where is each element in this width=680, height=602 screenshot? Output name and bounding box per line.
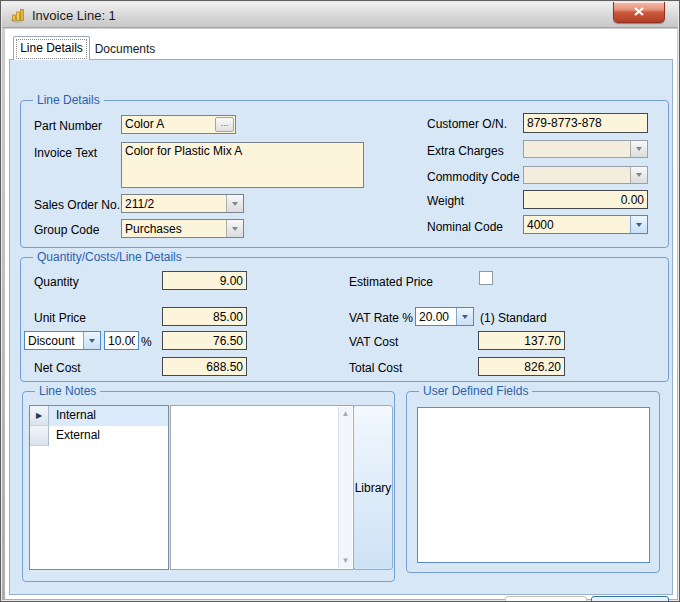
invoice-text-field[interactable]: Color for Plastic Mix A [121,142,364,188]
extra-charges-label: Extra Charges [427,144,504,158]
close-icon [634,7,644,16]
customer-on-label: Customer O/N. [427,117,507,131]
note-type-grid: ▶ Internal External [29,405,169,570]
nominal-code-combobox[interactable]: 4000 [523,215,648,234]
note-row-external-label: External [49,426,168,446]
window-title: Invoice Line: 1 [32,8,116,23]
discount-mode-value: Discount [25,332,83,349]
chevron-down-icon [636,223,642,230]
vat-cost-label: VAT Cost [349,335,398,349]
line-details-group-label: Line Details [33,93,104,107]
percent-sign-label: % [141,335,152,349]
note-text-area[interactable]: ▲ ▼ [170,405,354,570]
quantity-label: Quantity [34,275,79,289]
weight-label: Weight [427,194,464,208]
quantity-costs-group-label: Quantity/Costs/Line Details [33,250,186,264]
chevron-down-icon [462,315,468,322]
part-number-value: Color A [125,117,164,131]
total-cost-label: Total Cost [349,361,402,375]
estimated-price-checkbox[interactable] [479,271,493,285]
net-cost-field[interactable] [162,357,247,376]
commodity-code-value [524,167,630,183]
unit-price-field[interactable] [162,307,247,326]
vat-rate-label: VAT Rate % [349,311,413,325]
tab-documents[interactable]: Documents [91,39,159,60]
total-cost-field[interactable] [478,357,565,376]
note-row-internal-label: Internal [49,406,168,426]
part-number-field[interactable]: Color A ... [121,115,236,134]
quantity-costs-group: Quantity/Costs/Line Details [20,257,669,382]
scroll-up-icon[interactable]: ▲ [339,407,352,421]
dialog-client-area: Line Details Documents Line Details Part… [5,29,677,599]
discounted-price-field[interactable] [162,331,247,350]
accept-button[interactable]: Accept [505,596,587,602]
library-button[interactable]: Library [353,405,393,570]
nominal-code-dropdown-button[interactable] [630,216,647,233]
sales-order-label: Sales Order No. [34,198,120,212]
sales-order-dropdown-button[interactable] [226,195,243,212]
commodity-code-label: Commodity Code [427,170,520,184]
part-number-label: Part Number [34,119,102,133]
tab-line-details-label: Line Details [20,41,83,55]
chevron-down-icon [636,173,642,180]
quantity-field[interactable] [162,271,247,290]
commodity-code-dropdown-button[interactable] [630,167,647,183]
group-code-label: Group Code [34,223,99,237]
invoice-text-label: Invoice Text [34,146,97,160]
estimated-price-label: Estimated Price [349,275,433,289]
part-number-browse-button[interactable]: ... [215,117,234,132]
customer-on-field[interactable] [523,113,648,133]
sales-order-combobox[interactable]: 211/2 [121,194,244,213]
nominal-code-label: Nominal Code [427,220,503,234]
window-close-button[interactable] [613,2,665,23]
close-button[interactable]: Close [591,596,669,602]
app-icon [10,7,26,23]
chevron-down-icon [89,339,95,346]
vat-rate-description: (1) Standard [480,311,547,325]
invoice-line-dialog: Invoice Line: 1 Line Details Documents L… [0,0,680,602]
group-code-value: Purchases [122,220,226,237]
commodity-code-combobox[interactable] [523,166,648,184]
sales-order-value: 211/2 [122,195,226,212]
notes-scrollbar[interactable]: ▲ ▼ [338,407,352,568]
title-bar[interactable]: Invoice Line: 1 [2,2,678,28]
scroll-down-icon[interactable]: ▼ [339,554,352,568]
line-details-tabpage: Line Details Part Number Color A ... Inv… [9,59,673,595]
note-row-external[interactable]: External [30,426,168,446]
group-code-combobox[interactable]: Purchases [121,219,244,238]
group-code-dropdown-button[interactable] [226,220,243,237]
discount-mode-dropdown-button[interactable] [83,332,100,349]
note-row-internal[interactable]: ▶ Internal [30,406,168,426]
vat-cost-field[interactable] [478,331,565,350]
vat-rate-combobox[interactable]: 20.00 [415,307,474,326]
discount-mode-combobox[interactable]: Discount [24,331,101,350]
chevron-down-icon [232,202,238,209]
row-selector-icon: ▶ [30,406,49,426]
row-indicator-cell [30,426,49,446]
nominal-code-value: 4000 [524,216,630,233]
line-notes-group-label: Line Notes [35,384,100,398]
chevron-down-icon [636,147,642,154]
discount-percent-field[interactable] [104,331,139,350]
library-button-label: Library [355,481,392,495]
vat-rate-dropdown-button[interactable] [456,308,473,325]
tab-line-details[interactable]: Line Details [13,36,90,60]
extra-charges-value [524,141,630,157]
user-defined-fields-area[interactable] [417,407,650,563]
extra-charges-combobox[interactable] [523,140,648,158]
weight-field[interactable] [523,190,648,209]
tab-documents-label: Documents [95,42,156,56]
user-defined-fields-group-label: User Defined Fields [419,384,532,398]
unit-price-label: Unit Price [34,311,86,325]
chevron-down-icon [232,227,238,234]
extra-charges-dropdown-button[interactable] [630,141,647,157]
vat-rate-value: 20.00 [416,308,456,325]
net-cost-label: Net Cost [34,361,81,375]
